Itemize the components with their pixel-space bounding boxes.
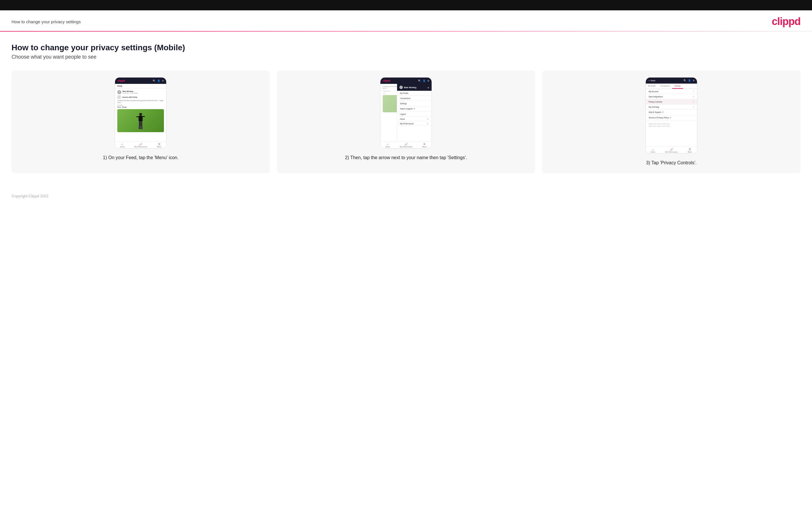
- performance-icon-2: 📈: [405, 143, 408, 146]
- step3-nav-icons: 🔍 👤 ⚙: [683, 79, 695, 82]
- step2-nav-icons: 🔍 👤 ⚙: [418, 79, 429, 82]
- step2-content: Looking to feel like my hands are exitin…: [380, 84, 432, 141]
- settings-version: Clippd Client Version: 2022.8.3-3 GQL Se…: [646, 121, 697, 129]
- lesson-icon: [117, 95, 121, 99]
- menu-item-myprofile: My Profile: [397, 91, 432, 96]
- step1-nav-logo: clippd: [117, 79, 125, 82]
- back-button: ‹ < Back: [648, 79, 656, 81]
- svg-rect-3: [142, 116, 145, 117]
- tab-myprofile: My Profile: [646, 83, 658, 89]
- chevron-right-icon: ›: [693, 91, 694, 93]
- step2-phone: clippd 🔍 👤 ⚙ Looking to feel like my han…: [380, 77, 432, 149]
- step1-nav-icons: 🔍 👤 ⚙: [153, 79, 164, 82]
- menu-item-logout: Logout: [397, 112, 432, 117]
- menu-user-name: Blair McHarg: [399, 86, 416, 89]
- performance-icon-3: 📈: [670, 148, 673, 151]
- step2-phone-nav: clippd 🔍 👤 ⚙: [380, 77, 432, 84]
- svg-rect-4: [139, 121, 141, 127]
- tab-performance: 📈 My Performance: [135, 143, 147, 148]
- step1-text: 1) On your Feed, tap the 'Menu' icon.: [103, 154, 179, 161]
- footer: Copyright Clippd 2022: [0, 185, 812, 204]
- settings-item-privacy: Privacy Controls ›: [646, 99, 697, 105]
- close-icon: ✕: [423, 143, 425, 146]
- feed-avatar: B: [117, 90, 121, 94]
- step3-settings-content: My Account › Data Integrations › Privacy…: [646, 89, 697, 147]
- step3-back-bar: ‹ < Back 🔍 👤 ⚙: [646, 77, 697, 83]
- settings-item-data: Data Integrations ›: [646, 94, 697, 99]
- menu-item-help: Help & Support ↗: [397, 106, 432, 112]
- home-icon: ⌂: [121, 143, 123, 146]
- settings-item-golfbag: My Golf Bag ›: [646, 105, 697, 110]
- menu-section-home: Home ▼: [397, 117, 432, 121]
- step3-settings-tabs: My Profile Connections Settings: [646, 83, 697, 89]
- step2-tab-home: ⌂ Home: [385, 143, 390, 148]
- home-icon-3: ⌂: [652, 148, 654, 151]
- settings-icon: ⚙: [162, 79, 164, 82]
- search-icon-2: 🔍: [418, 79, 421, 82]
- step3-text: 3) Tap 'Privacy Controls'.: [646, 159, 697, 166]
- svg-point-0: [139, 113, 142, 116]
- home-icon-2: ⌂: [387, 143, 388, 146]
- chevron-down-icon-2: ▼: [427, 123, 429, 125]
- step1-card: clippd 🔍 👤 ⚙ Feed B Blair McHarg: [11, 70, 270, 173]
- back-arrow-icon: ‹: [648, 79, 649, 81]
- svg-rect-1: [139, 116, 143, 121]
- feed-post: B Blair McHarg Yesterday · Sunningdale L…: [115, 89, 166, 134]
- step2-tab-menu: ✕ Menu: [422, 143, 427, 148]
- tab-settings-active: Settings: [672, 83, 683, 89]
- chevron-right-icon-2: ›: [693, 96, 694, 98]
- step3-tab-bar: ⌂ Home 📈 My Performance ☰ Menu: [646, 147, 697, 153]
- feed-desc: Looking to feel like my hands are exitin…: [117, 100, 164, 103]
- performance-icon: 📈: [139, 143, 142, 146]
- feed-user-sub: Yesterday · Sunningdale: [122, 92, 138, 94]
- settings-icon-3: ⚙: [693, 79, 695, 82]
- settings-item-service: Service & Privacy Policy ↗: [646, 115, 697, 121]
- user-icon: 👤: [157, 79, 160, 82]
- step2-nav-logo: clippd: [383, 79, 391, 82]
- menu-avatar: [399, 86, 403, 89]
- feed-lesson-row: Lesson with Fordy: [117, 95, 164, 99]
- top-bar: [0, 0, 812, 10]
- search-icon: 🔍: [153, 79, 156, 82]
- menu-item-connections: Connections: [397, 96, 432, 101]
- step3-tab-home: ⌂ Home: [651, 148, 655, 153]
- step2-menu-panel: Blair McHarg ▲ My Profile Connections Se…: [397, 84, 432, 141]
- tab-menu-label: Menu: [157, 146, 161, 148]
- feed-duration-label: Duration: [117, 104, 164, 106]
- settings-icon-2: ⚙: [427, 79, 429, 82]
- step1-feed-content: Feed B Blair McHarg Yesterday · Sunningd…: [115, 84, 166, 141]
- logo: clippd: [772, 15, 801, 27]
- settings-item-myaccount: My Account ›: [646, 89, 697, 94]
- settings-item-help: Help & Support ↗: [646, 110, 697, 115]
- svg-rect-7: [141, 126, 143, 129]
- feed-duration: 01 hr : 30 min: [117, 106, 164, 108]
- step1-tab-bar: ⌂ Home 📈 My Performance ☰ Menu: [115, 141, 166, 148]
- step3-tab-menu: ☰ Menu: [688, 148, 692, 153]
- menu-icon-3: ☰: [689, 148, 691, 151]
- feed-image: [117, 109, 164, 132]
- feed-label: Feed: [115, 84, 166, 89]
- step3-card: ‹ < Back 🔍 👤 ⚙ My Profile Connections Se…: [542, 70, 801, 173]
- tab-performance-label: My Performance: [135, 146, 147, 148]
- step2-tab-bar: ⌂ Home 📈 My Performance ✕ Menu: [380, 141, 432, 148]
- menu-item-settings: Settings: [397, 101, 432, 106]
- step3-phone: ‹ < Back 🔍 👤 ⚙ My Profile Connections Se…: [646, 77, 697, 154]
- step3-tab-performance: 📈 My Performance: [665, 148, 678, 153]
- menu-section-performance: My Performance ▼: [397, 121, 432, 126]
- tab-home: ⌂ Home: [120, 143, 124, 148]
- step2-tab-performance: 📈 My Performance: [400, 143, 412, 148]
- step1-phone: clippd 🔍 👤 ⚙ Feed B Blair McHarg: [115, 77, 166, 149]
- search-icon-3: 🔍: [683, 79, 687, 82]
- menu-icon: ☰: [158, 143, 160, 146]
- footer-copyright: Copyright Clippd 2022: [11, 194, 49, 198]
- chevron-right-icon-3: ›: [693, 101, 694, 103]
- step1-phone-nav: clippd 🔍 👤 ⚙: [115, 77, 166, 84]
- main-content: How to change your privacy settings (Mob…: [0, 32, 812, 173]
- menu-user-row: Blair McHarg ▲: [397, 84, 432, 91]
- feed-user-info: Blair McHarg Yesterday · Sunningdale: [122, 91, 138, 94]
- header-title: How to change your privacy settings: [11, 19, 81, 24]
- svg-rect-5: [141, 121, 142, 127]
- svg-rect-6: [139, 126, 141, 129]
- chevron-up-icon: ▲: [427, 87, 429, 89]
- user-icon-3: 👤: [688, 79, 691, 82]
